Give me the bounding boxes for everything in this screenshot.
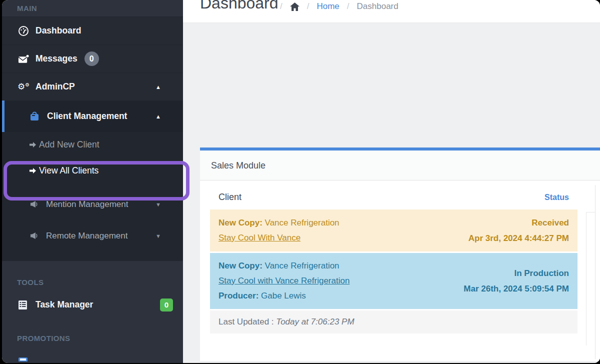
column-header-status[interactable]: Status [544, 185, 569, 210]
messages-count-badge: 0 [84, 52, 99, 66]
sidebar-item-label: Client Management [47, 111, 127, 122]
breadcrumb-current-page: Dashboard [357, 0, 398, 18]
row-client-line: New Copy: Vance Refrigeration [218, 216, 340, 230]
row-client-name: Vance Refrigeration [265, 218, 340, 228]
sidebar-item-dashboard[interactable]: Dashboard [2, 16, 183, 44]
last-updated-label: Last Updated : [218, 317, 274, 326]
sidebar-section-tools: TOOLS [2, 270, 183, 290]
sidebar-item-label: Messages [36, 54, 78, 64]
briefcase-icon [29, 112, 40, 122]
table-border-line [586, 212, 596, 212]
panel-title: Sales Module [200, 150, 600, 180]
table-row: New Copy: Vance Refrigeration Stay Cool … [210, 253, 578, 309]
table-footer: Last Updated : Today at 7:06:23 PM [210, 310, 578, 334]
megaphone-icon [29, 232, 39, 240]
gears-icon: ⚙⚙ [18, 82, 29, 91]
breadcrumb-separator: / [280, 0, 282, 18]
page-title: Dashboard [200, 0, 278, 12]
home-icon[interactable] [290, 2, 300, 11]
row-copy-link[interactable]: Stay Cool With Vance [218, 233, 300, 242]
row-timestamp: Apr 3rd, 2024 4:44:27 PM [468, 230, 569, 246]
chevron-up-icon: ▲ [156, 84, 161, 90]
app-window: MAIN Dashboard Messages 0 ⚙⚙ AdminCP ▲ [2, 0, 600, 363]
sidebar-item-task-manager[interactable]: Task Manager 0 [2, 292, 183, 318]
sales-module-panel: Sales Module Client Status New Copy: Van… [200, 148, 600, 361]
row-timestamp: Mar 26th, 2024 5:09:54 PM [464, 281, 569, 296]
status-badge: In Production [464, 266, 569, 281]
sidebar-item-partial[interactable] [2, 354, 183, 362]
task-manager-count-badge: 0 [160, 298, 173, 312]
sidebar-item-add-new-client[interactable]: Add New Client [2, 132, 183, 157]
sidebar-item-messages[interactable]: Messages 0 [2, 44, 183, 72]
table-row: New Copy: Vance Refrigeration Stay Cool … [210, 210, 578, 252]
task-list-icon [18, 300, 29, 310]
sidebar-item-label: Mention Management [46, 200, 128, 210]
content-area: Sales Module Client Status New Copy: Van… [183, 23, 600, 363]
sidebar-item-remote-management[interactable]: Remote Management ▼ [2, 222, 183, 250]
sidebar-item-label: Add New Client [39, 140, 100, 150]
sidebar-item-label: Task Manager [36, 300, 93, 310]
table-header-row: Client Status [210, 185, 578, 210]
arrow-right-icon [29, 142, 36, 148]
sales-table: Client Status New Copy: Vance Refrigerat… [210, 185, 578, 334]
row-client-name: Vance Refrigeration [265, 261, 340, 270]
admincp-submenu: Client Management ▲ Add New Client View … [2, 100, 183, 261]
last-updated-time: Today at 7:06:23 PM [276, 317, 354, 326]
sidebar-section-main: MAIN [2, 0, 183, 16]
sidebar-item-label: View All Clients [39, 166, 98, 176]
producer-label: Producer: [218, 291, 258, 300]
column-header-client: Client [218, 185, 242, 210]
sidebar-top-nav: Dashboard Messages 0 ⚙⚙ AdminCP ▲ [2, 16, 183, 100]
chevron-down-icon: ▼ [156, 233, 161, 239]
sidebar-item-view-all-clients[interactable]: View All Clients [2, 157, 183, 184]
chevron-down-icon: ▼ [156, 202, 161, 208]
panel-body: Client Status New Copy: Vance Refrigerat… [200, 181, 600, 361]
sidebar-item-mention-management[interactable]: Mention Management ▼ [2, 190, 183, 218]
row-producer-line: Producer: Gabe Lewis [218, 288, 350, 304]
main-content: Dashboard / / Home / Dashboard Sales Mod… [183, 0, 600, 363]
dashboard-icon [18, 26, 29, 36]
breadcrumb-separator: / [307, 0, 310, 18]
breadcrumb-home-link[interactable]: Home [316, 0, 339, 18]
row-label: New Copy: [218, 261, 262, 270]
row-copy-link[interactable]: Stay Cool with Vance Refrigeration [218, 276, 350, 286]
sidebar-item-client-management[interactable]: Client Management ▲ [2, 100, 183, 132]
row-label: New Copy: [218, 218, 262, 228]
envelope-icon [18, 54, 29, 64]
breadcrumb: / / Home / Dashboard [280, 0, 398, 18]
breadcrumb-separator: / [347, 0, 350, 18]
sidebar-item-admincp[interactable]: ⚙⚙ AdminCP ▲ [2, 72, 183, 100]
top-header: Dashboard / / Home / Dashboard [183, 0, 600, 23]
sidebar-item-label: Remote Management [46, 231, 128, 241]
sidebar: MAIN Dashboard Messages 0 ⚙⚙ AdminCP ▲ [2, 0, 183, 363]
status-badge: Received [468, 215, 569, 230]
chevron-up-icon: ▲ [156, 114, 161, 120]
sidebar-item-label: AdminCP [36, 82, 75, 92]
promotions-icon [18, 354, 183, 362]
sidebar-section-promotions: PROMOTIONS [2, 330, 183, 346]
megaphone-icon [29, 200, 39, 208]
producer-name: Gabe Lewis [261, 291, 306, 300]
scroll-track-line [595, 185, 596, 359]
arrow-right-icon [29, 168, 36, 174]
table-border-line [586, 212, 586, 346]
sidebar-item-label: Dashboard [36, 26, 81, 36]
row-client-line: New Copy: Vance Refrigeration [218, 258, 350, 274]
